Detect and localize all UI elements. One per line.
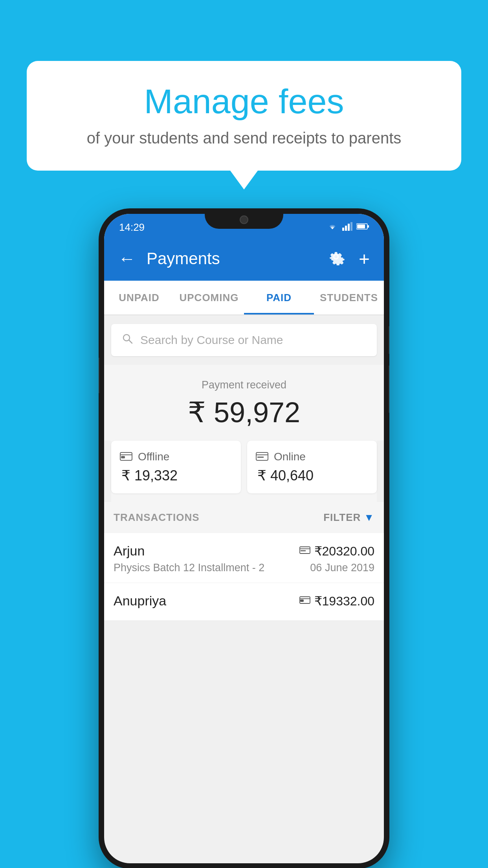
search-placeholder: Search by Course or Name xyxy=(140,333,283,347)
signal-icon xyxy=(342,222,352,232)
transaction-amount: ₹19332.00 xyxy=(314,594,374,609)
payment-received-amount: ₹ 59,972 xyxy=(104,396,384,429)
online-payment-icon xyxy=(299,545,310,557)
payment-received-label: Payment received xyxy=(104,379,384,391)
svg-line-8 xyxy=(129,340,132,343)
tab-upcoming[interactable]: UPCOMING xyxy=(174,281,244,314)
app-bar: ← Payments + xyxy=(104,237,384,281)
phone-frame: 14:29 xyxy=(99,208,389,868)
transaction-row-top: Arjun ₹20320.00 xyxy=(114,543,374,559)
transaction-amount-row: ₹19332.00 xyxy=(299,594,374,609)
svg-rect-2 xyxy=(348,224,350,231)
transaction-row-top: Anupriya ₹19332.00 xyxy=(114,593,374,609)
online-card-header: Online xyxy=(256,450,368,463)
filter-button[interactable]: FILTER ▼ xyxy=(323,511,374,524)
volume-down-button xyxy=(389,366,389,413)
svg-rect-0 xyxy=(342,228,344,231)
bubble-subtitle: of your students and send receipts to pa… xyxy=(50,129,438,147)
transaction-item[interactable]: Anupriya ₹19332.00 xyxy=(104,583,384,621)
offline-card-header: Offline xyxy=(120,450,232,463)
search-bar[interactable]: Search by Course or Name xyxy=(111,324,377,356)
bubble-title: Manage fees xyxy=(50,83,438,121)
online-label: Online xyxy=(274,451,306,463)
svg-rect-15 xyxy=(300,547,310,554)
filter-icon: ▼ xyxy=(364,511,374,524)
power-button xyxy=(389,326,389,354)
transaction-date: 06 June 2019 xyxy=(310,562,374,574)
phone-screen: 14:29 xyxy=(104,214,384,863)
payment-cards-row: Offline ₹ 19,332 Online xyxy=(111,441,377,502)
speech-bubble: Manage fees of your students and send re… xyxy=(27,61,461,171)
transaction-name: Arjun xyxy=(114,543,145,559)
transaction-amount-row: ₹20320.00 xyxy=(299,544,374,559)
svg-rect-5 xyxy=(367,225,369,228)
settings-button[interactable] xyxy=(324,245,348,272)
transaction-course: Physics Batch 12 Installment - 2 xyxy=(114,562,264,574)
offline-payment-card: Offline ₹ 19,332 xyxy=(111,441,241,493)
offline-amount: ₹ 19,332 xyxy=(120,467,232,484)
tab-paid[interactable]: PAID xyxy=(244,281,314,314)
transaction-item[interactable]: Arjun ₹20320.00 Physics Batch 1 xyxy=(104,533,384,583)
phone-notch xyxy=(205,208,283,229)
offline-payment-icon xyxy=(299,595,310,607)
transactions-header: TRANSACTIONS FILTER ▼ xyxy=(104,502,384,533)
transaction-amount: ₹20320.00 xyxy=(314,544,374,559)
transaction-row-bottom: Physics Batch 12 Installment - 2 06 June… xyxy=(114,562,374,574)
payment-received-section: Payment received ₹ 59,972 xyxy=(104,365,384,441)
tab-unpaid[interactable]: UNPAID xyxy=(104,281,174,314)
online-payment-card: Online ₹ 40,640 xyxy=(247,441,377,493)
app-title: Payments xyxy=(147,249,316,268)
main-content: Search by Course or Name Payment receive… xyxy=(104,324,384,621)
front-camera xyxy=(240,215,248,224)
tab-students[interactable]: STUDENTS xyxy=(314,281,384,314)
offline-icon xyxy=(120,450,132,463)
online-icon xyxy=(256,450,268,463)
back-button[interactable]: ← xyxy=(115,246,139,272)
search-icon xyxy=(121,333,133,348)
online-amount: ₹ 40,640 xyxy=(256,467,368,484)
svg-rect-20 xyxy=(301,600,303,601)
volume-button xyxy=(99,358,99,393)
transactions-label: TRANSACTIONS xyxy=(114,511,200,524)
add-button[interactable]: + xyxy=(356,245,373,273)
speech-bubble-container: Manage fees of your students and send re… xyxy=(27,61,461,171)
svg-rect-11 xyxy=(121,456,125,458)
svg-rect-3 xyxy=(350,222,352,231)
tabs: UNPAID UPCOMING PAID STUDENTS xyxy=(104,281,384,315)
offline-label: Offline xyxy=(138,451,169,463)
wifi-icon xyxy=(327,222,338,232)
status-time: 14:29 xyxy=(119,221,145,234)
battery-icon xyxy=(356,223,369,232)
status-icons xyxy=(327,222,369,232)
svg-rect-1 xyxy=(345,226,347,231)
transaction-name: Anupriya xyxy=(114,593,166,609)
svg-rect-6 xyxy=(357,224,365,228)
svg-rect-12 xyxy=(256,452,268,460)
